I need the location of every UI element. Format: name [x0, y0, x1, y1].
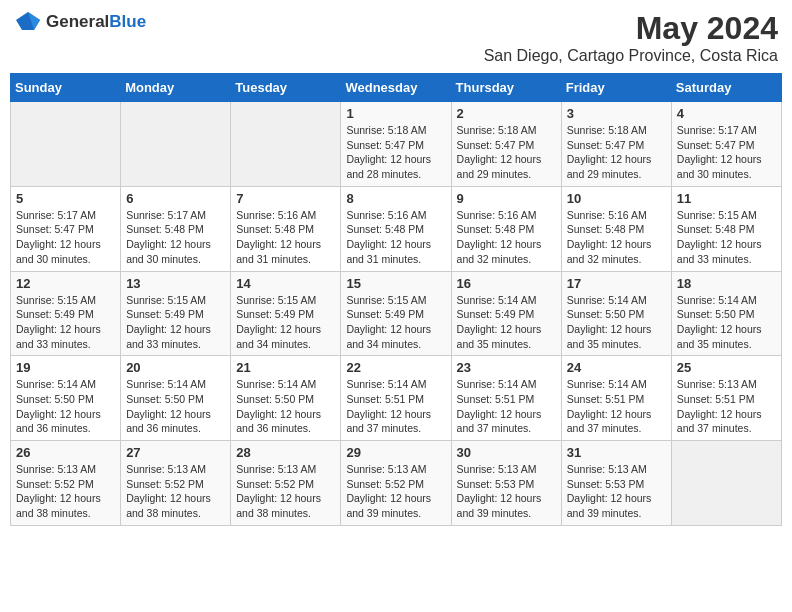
day-number: 22	[346, 360, 445, 375]
cell-info: Sunrise: 5:16 AMSunset: 5:48 PMDaylight:…	[236, 208, 335, 267]
cell-info: Sunrise: 5:14 AMSunset: 5:49 PMDaylight:…	[457, 293, 556, 352]
calendar-cell	[231, 102, 341, 187]
day-number: 24	[567, 360, 666, 375]
cell-info: Sunrise: 5:15 AMSunset: 5:48 PMDaylight:…	[677, 208, 776, 267]
day-number: 16	[457, 276, 556, 291]
day-number: 8	[346, 191, 445, 206]
day-number: 31	[567, 445, 666, 460]
header-monday: Monday	[121, 74, 231, 102]
calendar-week-1: 1Sunrise: 5:18 AMSunset: 5:47 PMDaylight…	[11, 102, 782, 187]
day-number: 28	[236, 445, 335, 460]
calendar-week-5: 26Sunrise: 5:13 AMSunset: 5:52 PMDayligh…	[11, 441, 782, 526]
calendar-cell: 2Sunrise: 5:18 AMSunset: 5:47 PMDaylight…	[451, 102, 561, 187]
day-number: 19	[16, 360, 115, 375]
cell-info: Sunrise: 5:17 AMSunset: 5:47 PMDaylight:…	[677, 123, 776, 182]
day-number: 23	[457, 360, 556, 375]
cell-info: Sunrise: 5:14 AMSunset: 5:50 PMDaylight:…	[677, 293, 776, 352]
day-number: 9	[457, 191, 556, 206]
calendar-header-row: SundayMondayTuesdayWednesdayThursdayFrid…	[11, 74, 782, 102]
cell-info: Sunrise: 5:13 AMSunset: 5:52 PMDaylight:…	[16, 462, 115, 521]
day-number: 25	[677, 360, 776, 375]
calendar-table: SundayMondayTuesdayWednesdayThursdayFrid…	[10, 73, 782, 526]
cell-info: Sunrise: 5:13 AMSunset: 5:51 PMDaylight:…	[677, 377, 776, 436]
day-number: 12	[16, 276, 115, 291]
calendar-cell: 3Sunrise: 5:18 AMSunset: 5:47 PMDaylight…	[561, 102, 671, 187]
cell-info: Sunrise: 5:18 AMSunset: 5:47 PMDaylight:…	[457, 123, 556, 182]
cell-info: Sunrise: 5:13 AMSunset: 5:52 PMDaylight:…	[346, 462, 445, 521]
calendar-cell: 24Sunrise: 5:14 AMSunset: 5:51 PMDayligh…	[561, 356, 671, 441]
page-header: GeneralBlue May 2024 San Diego, Cartago …	[10, 10, 782, 65]
calendar-cell: 30Sunrise: 5:13 AMSunset: 5:53 PMDayligh…	[451, 441, 561, 526]
logo: GeneralBlue	[14, 10, 146, 32]
calendar-cell: 22Sunrise: 5:14 AMSunset: 5:51 PMDayligh…	[341, 356, 451, 441]
header-friday: Friday	[561, 74, 671, 102]
day-number: 14	[236, 276, 335, 291]
calendar-cell: 29Sunrise: 5:13 AMSunset: 5:52 PMDayligh…	[341, 441, 451, 526]
day-number: 2	[457, 106, 556, 121]
day-number: 26	[16, 445, 115, 460]
day-number: 18	[677, 276, 776, 291]
cell-info: Sunrise: 5:16 AMSunset: 5:48 PMDaylight:…	[457, 208, 556, 267]
day-number: 4	[677, 106, 776, 121]
calendar-cell: 4Sunrise: 5:17 AMSunset: 5:47 PMDaylight…	[671, 102, 781, 187]
calendar-week-2: 5Sunrise: 5:17 AMSunset: 5:47 PMDaylight…	[11, 186, 782, 271]
cell-info: Sunrise: 5:18 AMSunset: 5:47 PMDaylight:…	[346, 123, 445, 182]
calendar-week-4: 19Sunrise: 5:14 AMSunset: 5:50 PMDayligh…	[11, 356, 782, 441]
calendar-cell: 26Sunrise: 5:13 AMSunset: 5:52 PMDayligh…	[11, 441, 121, 526]
calendar-cell: 15Sunrise: 5:15 AMSunset: 5:49 PMDayligh…	[341, 271, 451, 356]
cell-info: Sunrise: 5:15 AMSunset: 5:49 PMDaylight:…	[236, 293, 335, 352]
cell-info: Sunrise: 5:18 AMSunset: 5:47 PMDaylight:…	[567, 123, 666, 182]
header-wednesday: Wednesday	[341, 74, 451, 102]
page-title: May 2024	[484, 10, 778, 47]
cell-info: Sunrise: 5:15 AMSunset: 5:49 PMDaylight:…	[16, 293, 115, 352]
cell-info: Sunrise: 5:14 AMSunset: 5:50 PMDaylight:…	[236, 377, 335, 436]
calendar-cell: 20Sunrise: 5:14 AMSunset: 5:50 PMDayligh…	[121, 356, 231, 441]
calendar-cell: 12Sunrise: 5:15 AMSunset: 5:49 PMDayligh…	[11, 271, 121, 356]
calendar-cell: 1Sunrise: 5:18 AMSunset: 5:47 PMDaylight…	[341, 102, 451, 187]
header-sunday: Sunday	[11, 74, 121, 102]
day-number: 27	[126, 445, 225, 460]
logo-general: General	[46, 12, 109, 31]
cell-info: Sunrise: 5:15 AMSunset: 5:49 PMDaylight:…	[346, 293, 445, 352]
page-subtitle: San Diego, Cartago Province, Costa Rica	[484, 47, 778, 65]
calendar-cell: 18Sunrise: 5:14 AMSunset: 5:50 PMDayligh…	[671, 271, 781, 356]
calendar-cell: 21Sunrise: 5:14 AMSunset: 5:50 PMDayligh…	[231, 356, 341, 441]
calendar-cell: 8Sunrise: 5:16 AMSunset: 5:48 PMDaylight…	[341, 186, 451, 271]
calendar-cell: 5Sunrise: 5:17 AMSunset: 5:47 PMDaylight…	[11, 186, 121, 271]
calendar-cell: 27Sunrise: 5:13 AMSunset: 5:52 PMDayligh…	[121, 441, 231, 526]
cell-info: Sunrise: 5:14 AMSunset: 5:51 PMDaylight:…	[567, 377, 666, 436]
cell-info: Sunrise: 5:14 AMSunset: 5:50 PMDaylight:…	[126, 377, 225, 436]
logo-blue: Blue	[109, 12, 146, 31]
cell-info: Sunrise: 5:14 AMSunset: 5:50 PMDaylight:…	[16, 377, 115, 436]
cell-info: Sunrise: 5:14 AMSunset: 5:51 PMDaylight:…	[457, 377, 556, 436]
calendar-cell	[121, 102, 231, 187]
calendar-cell: 13Sunrise: 5:15 AMSunset: 5:49 PMDayligh…	[121, 271, 231, 356]
calendar-cell: 16Sunrise: 5:14 AMSunset: 5:49 PMDayligh…	[451, 271, 561, 356]
calendar-cell: 14Sunrise: 5:15 AMSunset: 5:49 PMDayligh…	[231, 271, 341, 356]
header-tuesday: Tuesday	[231, 74, 341, 102]
day-number: 10	[567, 191, 666, 206]
calendar-cell: 25Sunrise: 5:13 AMSunset: 5:51 PMDayligh…	[671, 356, 781, 441]
calendar-cell: 10Sunrise: 5:16 AMSunset: 5:48 PMDayligh…	[561, 186, 671, 271]
calendar-cell	[11, 102, 121, 187]
day-number: 5	[16, 191, 115, 206]
cell-info: Sunrise: 5:13 AMSunset: 5:52 PMDaylight:…	[126, 462, 225, 521]
day-number: 3	[567, 106, 666, 121]
calendar-cell: 23Sunrise: 5:14 AMSunset: 5:51 PMDayligh…	[451, 356, 561, 441]
calendar-cell: 9Sunrise: 5:16 AMSunset: 5:48 PMDaylight…	[451, 186, 561, 271]
day-number: 20	[126, 360, 225, 375]
day-number: 1	[346, 106, 445, 121]
day-number: 15	[346, 276, 445, 291]
calendar-cell: 17Sunrise: 5:14 AMSunset: 5:50 PMDayligh…	[561, 271, 671, 356]
cell-info: Sunrise: 5:17 AMSunset: 5:48 PMDaylight:…	[126, 208, 225, 267]
calendar-cell	[671, 441, 781, 526]
header-thursday: Thursday	[451, 74, 561, 102]
day-number: 7	[236, 191, 335, 206]
day-number: 17	[567, 276, 666, 291]
calendar-cell: 19Sunrise: 5:14 AMSunset: 5:50 PMDayligh…	[11, 356, 121, 441]
day-number: 13	[126, 276, 225, 291]
cell-info: Sunrise: 5:16 AMSunset: 5:48 PMDaylight:…	[346, 208, 445, 267]
day-number: 30	[457, 445, 556, 460]
day-number: 29	[346, 445, 445, 460]
day-number: 21	[236, 360, 335, 375]
